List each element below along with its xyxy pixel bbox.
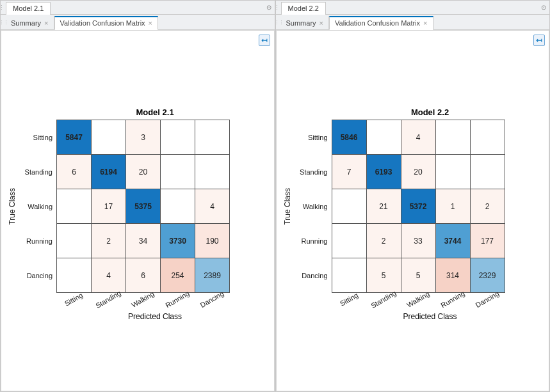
cell: 2 (470, 189, 505, 224)
cell (92, 120, 126, 155)
cell: 4 (401, 120, 435, 155)
cell: 6193 (366, 155, 401, 189)
cell: 3730 (161, 224, 195, 258)
close-icon[interactable]: × (319, 19, 323, 27)
row-label: Sitting (293, 120, 332, 155)
cell: 6 (57, 155, 92, 189)
close-icon[interactable]: × (149, 19, 152, 27)
grip-icon[interactable] (1, 15, 6, 29)
cell: 1 (435, 189, 470, 224)
row-label: Dancing (18, 258, 56, 293)
cell (57, 224, 92, 258)
cell: 5375 (126, 189, 161, 224)
tab-label: Summary (286, 19, 316, 27)
cell: 5847 (57, 120, 92, 155)
confusion-matrix-grid: 5847 3 6 6194 20 1 (56, 120, 230, 293)
cell: 5846 (332, 120, 366, 155)
chart-area-model-2-2: ↤ Model 2.2 True Class Sitting Standing … (276, 30, 550, 391)
cell: 7 (332, 155, 366, 189)
x-axis-label: Predicted Class (321, 312, 539, 321)
window-menu-dropdown-icon[interactable]: ⊙ (538, 4, 549, 11)
cell (470, 155, 505, 189)
tab-validation-confusion-matrix[interactable]: Validation Confusion Matrix × (329, 16, 433, 30)
y-axis-label: True Class (8, 188, 17, 225)
cell (435, 120, 470, 155)
cell (366, 120, 401, 155)
x-axis-label: Predicted Class (46, 312, 264, 321)
panel-model-2-2: Model 2.2 ⊙ Summary × Validation Confusi… (275, 0, 551, 392)
cell (332, 224, 366, 258)
close-icon[interactable]: × (423, 19, 427, 27)
row-label: Standing (18, 155, 56, 189)
cell: 33 (401, 224, 435, 258)
y-axis-label: True Class (283, 188, 292, 225)
grip-icon[interactable] (276, 15, 281, 29)
close-icon[interactable]: × (44, 19, 48, 27)
dock-icon[interactable]: ↤ (533, 35, 545, 46)
tab-validation-confusion-matrix[interactable]: Validation Confusion Matrix × (54, 16, 159, 30)
tab-label: Summary (11, 19, 41, 27)
cell: 3 (126, 120, 161, 155)
cell: 21 (366, 189, 401, 224)
row-label: Running (293, 224, 332, 258)
window-tab-model-2-1[interactable]: Model 2.1 (6, 2, 51, 15)
row-label: Walking (18, 189, 56, 224)
cell: 17 (92, 189, 126, 224)
doc-tab-row: Summary × Validation Confusion Matrix × (1, 15, 275, 30)
row-labels: Sitting Standing Walking Running Dancing (293, 120, 332, 293)
dock-icon[interactable]: ↤ (259, 35, 270, 46)
cell (161, 189, 195, 224)
confusion-matrix-chart: Model 2.1 True Class Sitting Standing Wa… (8, 107, 264, 321)
row-label: Running (18, 224, 56, 258)
chart-title: Model 2.2 (321, 107, 539, 117)
row-labels: Sitting Standing Walking Running Dancing (18, 120, 56, 293)
confusion-matrix-chart: Model 2.2 True Class Sitting Standing Wa… (283, 107, 539, 321)
cell: 20 (126, 155, 161, 189)
cell (195, 155, 230, 189)
panel-model-2-1: Model 2.1 ⊙ Summary × Validation Confusi… (0, 0, 275, 392)
window-menu-dropdown-icon[interactable]: ⊙ (263, 4, 275, 11)
row-label: Sitting (18, 120, 56, 155)
row-label: Dancing (293, 258, 332, 293)
tab-label: Validation Confusion Matrix (335, 19, 420, 27)
cell (161, 120, 195, 155)
cell (470, 120, 505, 155)
cell: 5372 (401, 189, 435, 224)
col-labels: Sitting Standing Walking Running Dancing (332, 295, 539, 303)
col-labels: Sitting Standing Walking Running Dancing (56, 295, 264, 303)
confusion-matrix-grid: 5846 4 7 6193 20 2 (332, 120, 505, 293)
cell (435, 155, 470, 189)
chart-area-model-2-1: ↤ Model 2.1 True Class Sitting Standing … (1, 30, 275, 391)
cell: 6194 (92, 155, 126, 189)
cell: 4 (195, 189, 230, 224)
row-label: Walking (293, 189, 332, 224)
cell (161, 155, 195, 189)
cell: 34 (126, 224, 161, 258)
window-tab-row: Model 2.1 ⊙ (1, 1, 275, 15)
cell: 177 (470, 224, 505, 258)
window-tab-row: Model 2.2 ⊙ (276, 1, 550, 15)
cell: 3744 (435, 224, 470, 258)
tab-summary[interactable]: Summary × (6, 16, 54, 30)
tab-summary[interactable]: Summary × (281, 16, 330, 30)
tab-label: Validation Confusion Matrix (60, 19, 145, 27)
row-label: Standing (293, 155, 332, 189)
cell (332, 189, 366, 224)
cell: 2 (366, 224, 401, 258)
chart-title: Model 2.1 (46, 107, 264, 117)
cell: 2 (92, 224, 126, 258)
window-tab-model-2-2[interactable]: Model 2.2 (281, 2, 326, 15)
cell (195, 120, 230, 155)
doc-tab-row: Summary × Validation Confusion Matrix × (276, 15, 550, 30)
grip-icon[interactable] (1, 1, 6, 14)
cell: 20 (401, 155, 435, 189)
grip-icon[interactable] (276, 1, 281, 14)
cell: 190 (195, 224, 230, 258)
cell (57, 189, 92, 224)
